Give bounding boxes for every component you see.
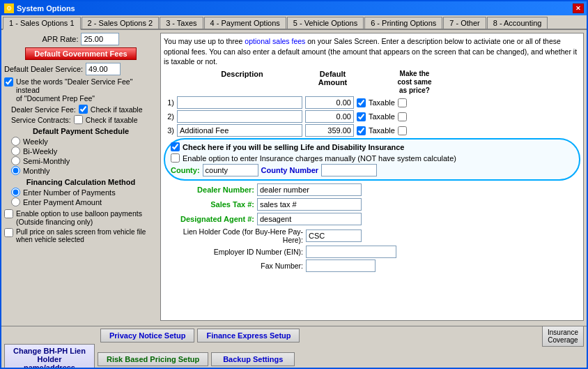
insurance-check1[interactable] (171, 142, 180, 151)
balloon-checkbox[interactable] (4, 209, 13, 218)
apr-input[interactable] (81, 33, 119, 45)
fee-2-desc[interactable] (177, 110, 302, 123)
enter-amount-row: Enter Payment Amount (11, 197, 157, 206)
employer-id-input[interactable] (306, 246, 396, 258)
info-box: You may use up to three optional sales f… (164, 36, 580, 67)
fee-2-same-price[interactable] (398, 112, 407, 121)
fee-3-taxable-label: Taxable (369, 126, 395, 135)
financing-calc-group: Enter Number of Payments Enter Payment A… (11, 188, 157, 206)
tab-vehicle-options[interactable]: 5 - Vehicle Options (287, 17, 364, 29)
window-title: System Options (17, 4, 75, 13)
semimonthly-radio-row: Semi-Monthly (11, 156, 157, 165)
dealer-fee-taxable-checkbox[interactable] (79, 105, 88, 114)
amount-header: Default Amount (307, 70, 359, 86)
tab-accounting[interactable]: 8 - Accounting (487, 17, 548, 29)
dealer-fee-taxable-label: Check if taxable (91, 105, 143, 114)
dealer-number-label: Dealer Number: (164, 186, 254, 194)
privacy-notice-button[interactable]: Privacy Notice Setup (100, 329, 194, 342)
tab-bar: 1 - Sales Options 1 2 - Sales Options 2 … (1, 15, 587, 30)
fax-input[interactable] (306, 259, 376, 272)
tab-sales-options-1[interactable]: 1 - Sales Options 1 (3, 17, 81, 30)
fee-2-num: 2) (164, 112, 174, 121)
weekly-label: Weekly (23, 137, 48, 146)
desc-header: Description (178, 70, 307, 78)
finance-express-button[interactable]: Finance Express Setup (197, 329, 300, 342)
sales-tax-input[interactable] (257, 198, 362, 211)
monthly-radio[interactable] (11, 166, 20, 175)
insurance-check2[interactable] (171, 153, 180, 163)
weekly-radio[interactable] (11, 137, 20, 146)
designated-agent-label: Designated Agent #: (164, 215, 254, 223)
main-content: APR Rate: Default Government Fees Defaul… (1, 30, 587, 324)
balloon-label: Enable option to use balloon payments (16, 209, 142, 218)
county-label: County: (171, 166, 200, 174)
optional-sales-fees-link[interactable]: optional sales fees (245, 37, 305, 45)
dealer-number-input[interactable] (257, 183, 362, 196)
footer: Privacy Notice Setup Finance Express Set… (1, 326, 587, 368)
enter-payments-row: Enter Number of Payments (11, 188, 157, 197)
pull-price-checkbox-row: Pull price on sales screen from vehicle … (4, 228, 157, 243)
backup-settings-button[interactable]: Backup Settings (211, 352, 295, 366)
fee-1-num: 1) (164, 98, 174, 107)
insurance-coverage-button[interactable]: Insurance Coverage (542, 326, 584, 347)
default-gov-fees-button[interactable]: Default Government Fees (25, 47, 137, 60)
semimonthly-radio[interactable] (11, 156, 20, 165)
service-contracts-taxable-row: Service Contracts: Check if taxable (11, 115, 157, 124)
pull-price-checkbox[interactable] (4, 228, 13, 237)
lien-section: Lien Holder Code (for Buy-Here Pay-Here)… (164, 227, 580, 272)
fee-1-desc[interactable] (177, 96, 302, 109)
insurance-check1-row: Check here if you will be selling Life a… (171, 142, 573, 151)
balloon-checkbox-row: Enable option to use balloon payments (O… (4, 209, 157, 226)
use-words-checkbox[interactable] (4, 77, 13, 86)
tab-payment-options[interactable]: 4 - Payment Options (204, 17, 286, 29)
fee-1-taxable[interactable] (357, 98, 366, 107)
apr-label: APR Rate: (42, 35, 79, 43)
enter-payments-radio[interactable] (11, 188, 20, 197)
fee-3-amount[interactable] (305, 124, 354, 137)
designated-agent-input[interactable] (257, 213, 362, 225)
fax-label: Fax Number: (164, 262, 303, 270)
service-contracts-taxable-checkbox[interactable] (74, 115, 83, 124)
sales-tax-label: Sales Tax #: (164, 200, 254, 209)
dealer-service-label: Default Dealer Service: (4, 65, 83, 73)
insurance-coverage-line2: Coverage (547, 336, 579, 344)
dealer-service-row: Default Dealer Service: (4, 63, 157, 75)
fee-1-taxable-label: Taxable (369, 98, 395, 107)
weekly-radio-row: Weekly (11, 137, 157, 146)
use-words-text1: Use the words "Dealer Service Fee" inste… (16, 77, 157, 94)
sales-tax-row: Sales Tax #: (164, 198, 580, 211)
tab-other[interactable]: 7 - Other (443, 17, 486, 29)
insurance-check2-label: Enable option to enter Insurance charges… (183, 154, 456, 163)
tab-taxes[interactable]: 3 - Taxes (160, 17, 203, 29)
insurance-check1-label: Check here if you will be selling Life a… (183, 143, 404, 151)
tab-sales-options-2[interactable]: 2 - Sales Options 2 (82, 17, 160, 29)
service-contracts-taxable-label: Check if taxable (86, 116, 138, 124)
fee-row-3: 3) Taxable (164, 124, 580, 137)
use-words-text2: of "Document Prep Fee" (16, 94, 157, 103)
risk-based-pricing-button[interactable]: Risk Based Pricing Setup (98, 352, 208, 366)
fee-2-amount[interactable] (305, 110, 354, 123)
fee-3-desc[interactable] (177, 124, 302, 137)
tab-printing-options[interactable]: 6 - Printing Options (364, 17, 442, 29)
payment-schedule-group: Weekly Bi-Weekly Semi-Monthly Monthly (11, 137, 157, 175)
enter-amount-radio[interactable] (11, 197, 20, 206)
footer-row2: Change BH-PH Lien Holder name/address Ri… (4, 344, 584, 369)
fee-2-taxable-label: Taxable (369, 112, 395, 121)
monthly-label: Monthly (23, 167, 50, 175)
fee-3-taxable[interactable] (357, 126, 366, 135)
use-words-checkbox-row: Use the words "Dealer Service Fee" inste… (4, 77, 157, 103)
fee-2-taxable[interactable] (357, 112, 366, 121)
lien-holder-input[interactable] (306, 229, 362, 242)
biweekly-radio[interactable] (11, 146, 20, 156)
fees-header: Description Default Amount Make the cost… (178, 70, 580, 95)
county-number-input[interactable] (321, 164, 377, 176)
county-input[interactable] (203, 164, 258, 176)
financing-calc-title: Financing Calculation Method (4, 178, 157, 186)
dealer-service-input[interactable] (86, 63, 121, 75)
lien-holder-name-button[interactable]: Change BH-PH Lien Holder name/address (4, 344, 95, 369)
fee-1-same-price[interactable] (398, 98, 407, 107)
close-button[interactable]: ✕ (573, 3, 584, 13)
insurance-section: Check here if you will be selling Life a… (164, 138, 580, 181)
fee-3-same-price[interactable] (398, 126, 407, 135)
fee-1-amount[interactable] (305, 96, 354, 109)
